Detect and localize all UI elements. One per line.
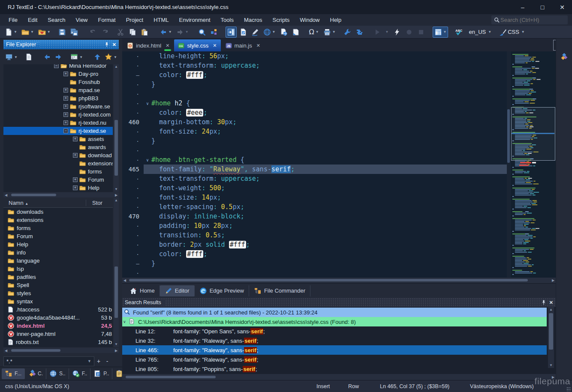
code-line[interactable]: ·} (122, 136, 556, 146)
nav-forward-button[interactable]: ▼ (175, 27, 190, 38)
star-button[interactable]: ▼ (103, 52, 118, 62)
code-line-current[interactable]: 465 font-family: "Raleway", sans-serif; (122, 165, 556, 174)
code-editor[interactable]: · line-height: 56px;· text-transform: up… (122, 51, 556, 278)
file-row-extensions[interactable]: extensions (3, 216, 113, 224)
forward-sm-button[interactable] (53, 52, 63, 62)
nav-back-button[interactable]: ▼ (158, 27, 174, 38)
close-button[interactable]: ✕ (552, 0, 572, 14)
side-panel-button[interactable] (226, 27, 237, 38)
editor-vertical-scrollbar[interactable] (507, 51, 510, 278)
computer-button[interactable]: ▼ (69, 52, 84, 62)
list-vertical-scrollbar[interactable]: ▲ ▼ (114, 198, 119, 347)
code-line[interactable]: ·} (122, 80, 556, 89)
expand-icon[interactable]: + (63, 96, 68, 101)
file-row-forms[interactable]: forms (3, 224, 113, 232)
column-size[interactable]: Stor (86, 200, 102, 206)
tree-item-rj-texted-com[interactable]: +rj-texted.com (3, 111, 113, 119)
document-tab-style-css[interactable]: cssstyle.css✕ (174, 39, 220, 51)
file-row-spell[interactable]: Spell (3, 281, 113, 289)
tree-item-forum[interactable]: +Forum (3, 176, 113, 184)
tree-horizontal-scrollbar[interactable]: ◀ ▶ (3, 192, 119, 197)
expand-icon[interactable]: + (63, 120, 68, 125)
menu-html[interactable]: HTML (148, 14, 174, 26)
file-row-robots-txt[interactable]: robots.txt145 b (3, 338, 113, 346)
panel-tab-f[interactable]: F... (2, 368, 25, 379)
search-match-row[interactable]: Line 465:font-family: "Raleway", sans-se… (122, 345, 547, 355)
doc-button[interactable] (24, 52, 34, 62)
dd-only-button[interactable]: ▼ (384, 27, 391, 38)
plugin-button[interactable] (354, 27, 365, 38)
results-vertical-scrollbar[interactable]: ▲ ▼ (548, 307, 554, 368)
code-line[interactable]: · line-height: 56px; (122, 51, 556, 61)
spell-button[interactable]: ABC (453, 27, 465, 38)
menu-format[interactable]: Format (93, 14, 121, 26)
search-match-row[interactable]: Line 12:font-family: "Open Sans", sans-s… (122, 326, 547, 336)
compare-button[interactable] (208, 27, 220, 38)
doc-fold-button[interactable] (290, 27, 301, 38)
file-row-syntax[interactable]: syntax (3, 297, 113, 305)
omega-button[interactable]: Ω▼ (307, 27, 321, 38)
brush-button[interactable]: CSS▼ (497, 27, 527, 38)
tree-item-rjsoftware-se[interactable]: +rjsoftware.se (3, 102, 113, 111)
close-tab-icon[interactable]: ✕ (256, 43, 260, 48)
code-line[interactable]: · font-weight: 500; (122, 183, 556, 193)
code-line[interactable]: · padding: 10px 28px; (122, 221, 556, 230)
code-line[interactable]: · letter-spacing: 0.5px; (122, 202, 556, 212)
validate-button[interactable] (238, 27, 249, 38)
minimap[interactable] (510, 51, 556, 278)
grid-window-button[interactable]: ▼ (433, 27, 449, 38)
code-line[interactable]: · transition: 0.5s; (122, 230, 556, 240)
file-row-styles[interactable]: styles (3, 289, 113, 297)
search-match-row[interactable]: Line 805:font-family: "Poppins", sans-se… (122, 364, 547, 374)
tree-item-mpad-se[interactable]: +mpad.se (3, 86, 113, 94)
file-row-google4daca5bae4484f-[interactable]: google4daca5bae4484f...53 b (3, 314, 113, 322)
expand-icon[interactable]: + (63, 72, 68, 76)
back-sm-button[interactable] (42, 52, 52, 62)
search-button[interactable] (196, 27, 208, 38)
code-line[interactable]: 470 display: inline-block; (122, 212, 556, 221)
stop-button[interactable] (415, 27, 427, 38)
code-line[interactable]: ·∨#home h2 { (122, 99, 556, 108)
undo-button[interactable] (87, 27, 99, 38)
play-button[interactable] (372, 27, 383, 38)
tree-item-rj-texted-nu[interactable]: +rj-texted.nu (3, 119, 113, 127)
expand-icon[interactable]: + (73, 137, 78, 141)
code-line[interactable]: · (122, 89, 556, 99)
editor-horizontal-scrollbar[interactable]: ◀ ▶ (122, 278, 556, 283)
file-row-padfiles[interactable]: padfiles (3, 273, 113, 281)
minimize-button[interactable]: – (513, 0, 533, 14)
collapse-icon[interactable]: − (54, 64, 59, 68)
code-line[interactable]: · font-size: 24px; (122, 127, 556, 136)
save-button[interactable] (57, 27, 68, 38)
panel-tab-f[interactable]: F.. (69, 368, 91, 379)
file-row-language[interactable]: language (3, 257, 113, 265)
tree-item-fosshub[interactable]: Fosshub (3, 78, 113, 86)
search-file-row[interactable]: ∨C:\Users\Rickard\Documents\Mina Hemsido… (122, 317, 547, 326)
view-tab-file-commander[interactable]: File Commander (249, 285, 310, 296)
quick-search-box[interactable] (491, 15, 568, 24)
menu-help[interactable]: Help (325, 14, 347, 26)
panel-tab-c[interactable]: C. (25, 368, 46, 379)
tree-item-mina-hemsidor[interactable]: −Mina Hemsidor (3, 64, 113, 70)
collapse-icon[interactable]: − (63, 129, 68, 133)
close-results-icon[interactable]: ✕ (549, 300, 553, 305)
view-tab-edge-preview[interactable]: Edge Preview (195, 285, 249, 296)
file-row-forum[interactable]: Forum (3, 232, 113, 240)
status-position[interactable]: Ln 465, Col 37 (5) ; ($3B=59) (380, 383, 449, 389)
fold-arrow-icon[interactable]: ∨ (144, 101, 151, 106)
close-tab-icon[interactable]: ✕ (166, 43, 169, 48)
tree-item-rj-texted-se[interactable]: −rj-texted.se (3, 127, 113, 135)
file-row--htaccess[interactable]: .htaccess522 b (3, 305, 113, 314)
fold-arrow-icon[interactable]: ∨ (144, 158, 151, 162)
code-line[interactable]: ·∨#home .btn-get-started { (122, 155, 556, 165)
expand-icon[interactable]: + (63, 112, 68, 117)
status-encoding[interactable]: Västeuropeiska (Windows) (470, 383, 534, 389)
file-row-help[interactable]: Help (3, 240, 113, 248)
tree-item-day-pro[interactable]: +Day-pro (3, 70, 113, 78)
sign-button[interactable] (250, 27, 261, 38)
file-row-inner-page-html[interactable]: inner-page.html7,48 (3, 330, 113, 338)
pin-icon[interactable] (104, 42, 109, 47)
menu-project[interactable]: Project (121, 14, 148, 26)
close-tab-icon[interactable]: ✕ (213, 43, 217, 48)
code-line[interactable]: · (122, 146, 556, 155)
